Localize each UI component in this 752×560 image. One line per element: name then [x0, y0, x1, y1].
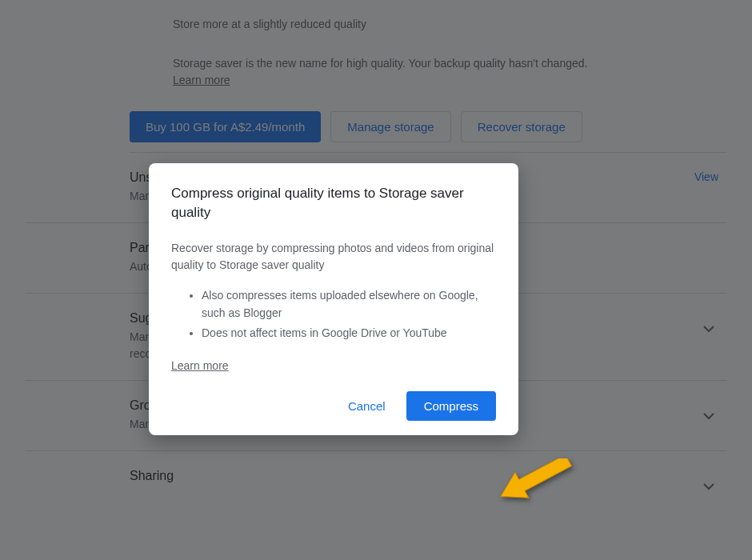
dialog-bullet-1: Also compresses items uploaded elsewhere…: [202, 286, 496, 323]
dialog-bullet-2: Does not affect items in Google Drive or…: [202, 323, 496, 344]
compress-dialog: Compress original quality items to Stora…: [149, 163, 518, 435]
dialog-body: Recover storage by compressing photos an…: [171, 240, 496, 274]
dialog-learn-more-link[interactable]: Learn more: [171, 359, 229, 372]
modal-overlay: Compress original quality items to Stora…: [0, 0, 752, 560]
dialog-title: Compress original quality items to Stora…: [171, 184, 496, 222]
svg-marker-0: [498, 458, 575, 509]
compress-button[interactable]: Compress: [406, 391, 496, 421]
cancel-button[interactable]: Cancel: [334, 391, 400, 421]
dialog-list: Also compresses items uploaded elsewhere…: [202, 286, 496, 344]
arrow-annotation-icon: [498, 458, 586, 518]
dialog-actions: Cancel Compress: [171, 391, 496, 421]
